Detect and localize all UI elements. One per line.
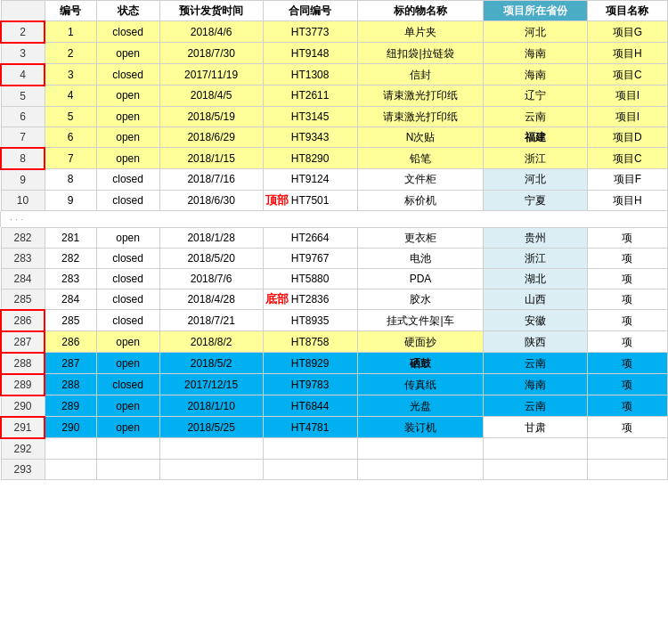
row-num-286: 286 [1,310,45,331]
cell-g286: 项 [587,310,667,331]
cell-b284: closed [96,268,159,289]
cell-b8: open [96,148,159,169]
cell-e288: 硒鼓 [357,353,484,374]
cell-g4: 项目C [587,64,667,86]
top-label: 顶部 [265,192,289,208]
cell-f287: 陕西 [484,331,587,353]
cell-f10: 宁夏 [484,190,587,210]
cell-b7: open [96,126,159,148]
cell-a287: 286 [45,331,96,353]
row-num-288: 288 [1,353,45,374]
cell-g285: 项 [587,289,667,310]
cell-e10: 标价机 [357,190,484,210]
cell-d287: HT8758 [263,331,357,353]
table-row: 292 [1,438,668,460]
cell-e292 [357,438,484,460]
cell-f5: 辽宁 [484,86,587,107]
cell-c284: 2018/7/6 [159,268,263,289]
cell-a10: 9 [45,190,96,210]
cell-a288: 287 [45,353,96,374]
cell-e293 [357,459,484,479]
cell-d8: HT8290 [263,148,357,169]
cell-d286: HT8935 [263,310,357,331]
row-num-292: 292 [1,438,45,460]
row-num-282: 282 [1,227,45,248]
cell-e289: 传真纸 [357,374,484,395]
cell-b4: closed [96,64,159,86]
cell-a291: 290 [45,417,96,438]
cell-f293 [484,459,587,479]
cell-e6: 请束激光打印纸 [357,106,484,126]
cell-c3: 2018/7/30 [159,43,263,64]
table-row: 9 8 closed 2018/7/16 HT9124 文件柜 河北 项目F [1,169,668,191]
cell-a286: 285 [45,310,96,331]
cell-d284: HT5880 [263,268,357,289]
cell-c291: 2018/5/25 [159,417,263,438]
cell-a5: 4 [45,86,96,107]
cell-a285: 284 [45,289,96,310]
cell-g289: 项 [587,374,667,395]
cell-a8: 7 [45,148,96,169]
cell-e4: 信封 [357,64,484,86]
table-row: 289 288 closed 2017/12/15 HT9783 传真纸 海南 … [1,374,668,395]
row-num-283: 283 [1,248,45,268]
cell-g282: 项 [587,227,667,248]
row-num-7: 7 [1,126,45,148]
cell-e8: 铅笔 [357,148,484,169]
cell-f7: 福建 [484,126,587,148]
cell-g3: 项目H [587,43,667,64]
row-num-6: 6 [1,106,45,126]
cell-f2: 河北 [484,21,587,43]
table-row: 8 7 open 2018/1/15 HT8290 铅笔 浙江 项目C [1,148,668,169]
cell-f282: 贵州 [484,227,587,248]
table-row: 291 290 open 2018/5/25 HT4781 装订机 甘肃 项 [1,417,668,438]
row-num-284: 284 [1,268,45,289]
cell-a284: 283 [45,268,96,289]
row-num-10: 10 [1,190,45,210]
cell-e286: 挂式文件架|车 [357,310,484,331]
cell-g283: 项 [587,248,667,268]
table-row: 285 284 closed 2018/4/28 底部 HT2836 胶水 山西… [1,289,668,310]
cell-c6: 2018/5/19 [159,106,263,126]
cell-b285: closed [96,289,159,310]
table-row: 287 286 open 2018/8/2 HT8758 硬面抄 陕西 项 [1,331,668,353]
cell-b287: open [96,331,159,353]
cell-a293 [45,459,96,479]
row-num-2: 2 [1,21,45,43]
cell-d293 [263,459,357,479]
cell-c289: 2017/12/15 [159,374,263,395]
cell-a2: 1 [45,21,96,43]
cell-a9: 8 [45,169,96,191]
cell-c9: 2018/7/16 [159,169,263,191]
table-row: 5 4 open 2018/4/5 HT2611 请束激光打印纸 辽宁 项目I [1,86,668,107]
table-row: 3 2 open 2018/7/30 HT9148 纽扣袋|拉链袋 海南 项目H [1,43,668,64]
col-d-header: 合同编号 [263,1,357,21]
cell-f283: 浙江 [484,248,587,268]
cell-d282: HT2664 [263,227,357,248]
cell-f284: 湖北 [484,268,587,289]
table-row: 283 282 closed 2018/5/20 HT9767 电池 浙江 项 [1,248,668,268]
cell-b291: open [96,417,159,438]
cell-d283: HT9767 [263,248,357,268]
scroll-gap-indicator: · · · [0,211,668,227]
cell-c290: 2018/1/10 [159,395,263,417]
cell-e290: 光盘 [357,395,484,417]
cell-g7: 项目D [587,126,667,148]
cell-d290: HT6844 [263,395,357,417]
table-row: 288 287 open 2018/5/2 HT8929 硒鼓 云南 项 [1,353,668,374]
cell-b282: open [96,227,159,248]
row-num-293: 293 [1,459,45,479]
cell-a3: 2 [45,43,96,64]
cell-b292 [96,438,159,460]
bottom-table: 282 281 open 2018/1/28 HT2664 更衣柜 贵州 项 2… [0,227,668,480]
cell-c287: 2018/8/2 [159,331,263,353]
cell-f289: 海南 [484,374,587,395]
cell-a6: 5 [45,106,96,126]
cell-c292 [159,438,263,460]
cell-d7: HT9343 [263,126,357,148]
cell-f286: 安徽 [484,310,587,331]
cell-d9: HT9124 [263,169,357,191]
cell-a292 [45,438,96,460]
row-num-5: 5 [1,86,45,107]
cell-c2: 2018/4/6 [159,21,263,43]
